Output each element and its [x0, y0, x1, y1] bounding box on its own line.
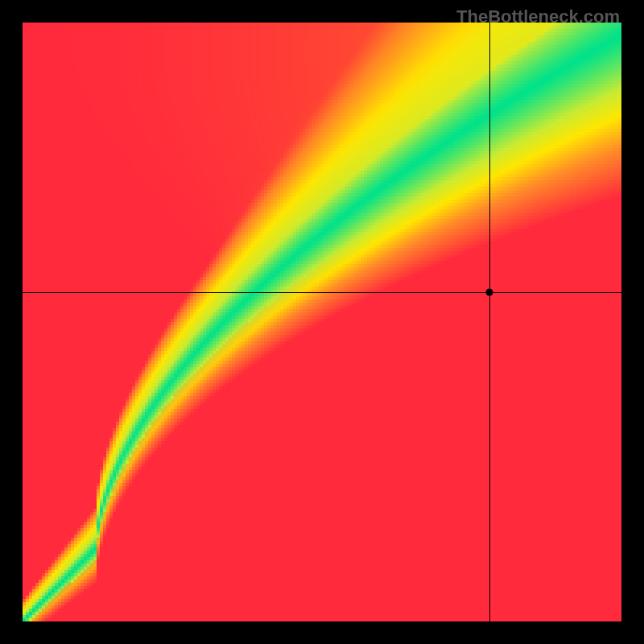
heatmap-plot-area[interactable] — [23, 23, 621, 621]
heatmap-canvas — [23, 23, 621, 621]
chart-container: TheBottleneck.com — [0, 0, 644, 644]
marker-point-icon[interactable] — [486, 288, 493, 295]
crosshair-vertical — [489, 23, 490, 621]
watermark-label: TheBottleneck.com — [456, 6, 620, 27]
crosshair-horizontal — [23, 292, 621, 293]
